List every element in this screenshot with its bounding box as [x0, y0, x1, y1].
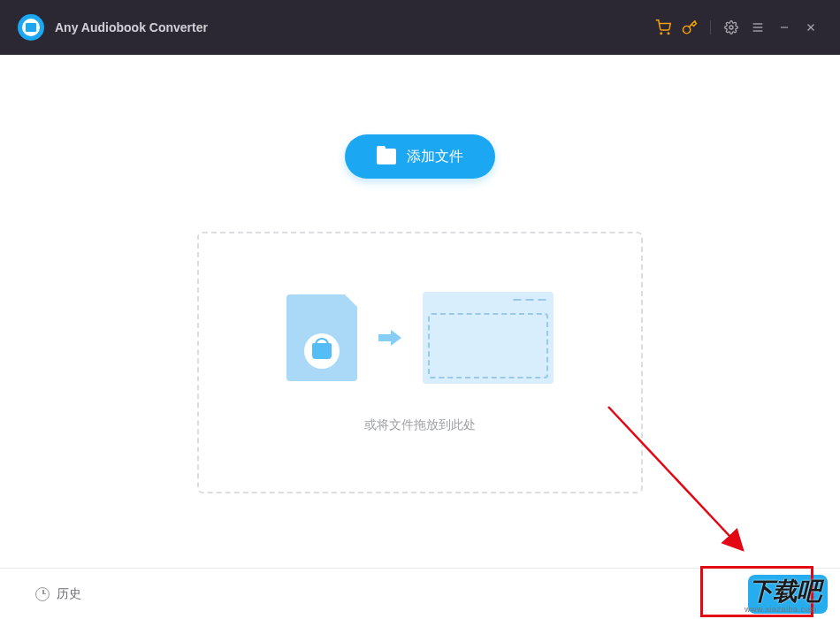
svg-point-2 [729, 26, 733, 29]
gear-icon[interactable] [718, 14, 745, 41]
minimize-icon[interactable] [771, 14, 798, 41]
svg-point-1 [668, 33, 669, 34]
svg-point-0 [661, 33, 662, 34]
key-icon[interactable] [676, 14, 703, 41]
arrow-right-icon [378, 330, 401, 346]
convert-button[interactable] [748, 575, 828, 614]
cart-icon[interactable] [650, 14, 676, 41]
dropzone-text: 或将文件拖放到此处 [364, 417, 476, 433]
dropzone[interactable]: 或将文件拖放到此处 [197, 232, 643, 493]
history-label: 历史 [57, 586, 81, 602]
app-title: Any Audiobook Converter [55, 20, 208, 34]
main-area: 添加文件 或将文件拖放到此处 [0, 55, 840, 568]
add-file-label: 添加文件 [407, 148, 463, 166]
history-link[interactable]: 历史 [35, 586, 81, 602]
footer: 历史 [0, 568, 840, 619]
app-logo [18, 14, 44, 41]
app-window-icon [423, 292, 554, 384]
folder-icon [377, 149, 396, 164]
clock-icon [35, 587, 50, 601]
app-window: Any Audiobook Converter 添加文件 [0, 0, 840, 619]
titlebar: Any Audiobook Converter [0, 0, 840, 55]
audiobook-file-icon [286, 294, 357, 381]
menu-icon[interactable] [745, 14, 771, 41]
titlebar-separator [710, 20, 711, 34]
add-file-button[interactable]: 添加文件 [345, 134, 495, 179]
dropzone-graphic [286, 292, 554, 384]
close-icon[interactable] [798, 14, 824, 41]
